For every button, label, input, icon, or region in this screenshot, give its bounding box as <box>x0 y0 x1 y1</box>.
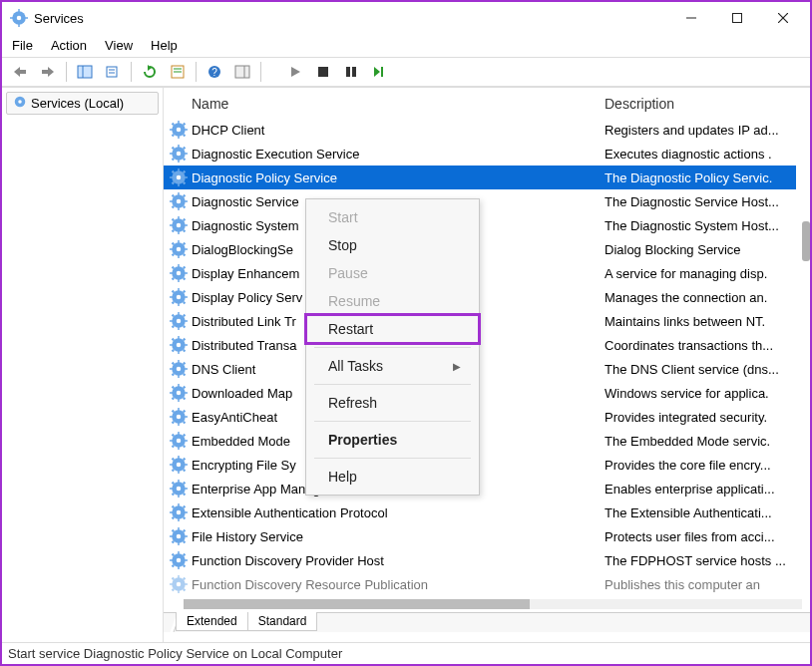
svg-rect-198 <box>178 518 180 521</box>
svg-rect-11 <box>20 70 26 74</box>
svg-rect-129 <box>170 344 173 346</box>
maximize-button[interactable] <box>714 3 760 33</box>
ctx-all-tasks-label: All Tasks <box>328 358 383 374</box>
vertical-scrollbar[interactable] <box>796 132 810 491</box>
horizontal-scrollbar[interactable] <box>184 596 802 612</box>
gear-icon <box>13 95 27 112</box>
ctx-refresh[interactable]: Refresh <box>306 389 479 417</box>
svg-marker-31 <box>374 67 380 77</box>
svg-rect-167 <box>178 432 180 435</box>
gear-icon <box>170 168 188 186</box>
tree-node-services-local[interactable]: Services (Local) <box>6 92 159 115</box>
action-pane-button[interactable] <box>230 60 254 84</box>
close-button[interactable] <box>760 3 806 33</box>
app-icon <box>10 9 28 27</box>
svg-point-156 <box>177 415 182 420</box>
svg-rect-150 <box>185 392 188 394</box>
gear-icon <box>170 551 188 569</box>
minimize-button[interactable] <box>668 3 714 33</box>
ctx-all-tasks[interactable]: All Tasks ▶ <box>306 352 479 380</box>
svg-rect-168 <box>178 447 180 450</box>
service-row[interactable]: Downloaded MapWindows service for applic… <box>164 381 810 405</box>
svg-text:?: ? <box>211 67 217 78</box>
column-header-name[interactable]: Name <box>192 96 605 112</box>
service-row[interactable]: Diagnostic Execution ServiceExecutes dia… <box>164 142 810 166</box>
svg-rect-28 <box>318 67 328 77</box>
sidebar: Services (Local) <box>2 88 164 645</box>
svg-rect-187 <box>178 480 180 483</box>
svg-rect-207 <box>178 527 180 530</box>
svg-rect-16 <box>107 67 117 77</box>
list-header: Name Description <box>164 88 810 118</box>
pause-service-button[interactable] <box>339 60 363 84</box>
column-header-description[interactable]: Description <box>605 96 800 112</box>
service-description: Manages the connection an. <box>605 290 810 305</box>
service-description: The FDPHOST service hosts ... <box>605 553 810 568</box>
forward-button[interactable] <box>36 60 60 84</box>
svg-rect-120 <box>185 320 188 322</box>
svg-rect-13 <box>42 70 48 74</box>
service-row[interactable]: EasyAntiCheatProvides integrated securit… <box>164 405 810 429</box>
window-title: Services <box>34 11 668 26</box>
service-row[interactable]: Extensible Authentication ProtocolThe Ex… <box>164 500 810 524</box>
gear-icon <box>170 264 188 282</box>
ctx-resume[interactable]: Resume <box>306 287 479 315</box>
service-description: Provides integrated security. <box>605 410 810 425</box>
export-button[interactable] <box>101 60 125 84</box>
service-row[interactable]: File History ServiceProtects user files … <box>164 524 810 548</box>
service-row[interactable]: Function Discovery Resource PublicationP… <box>164 572 810 596</box>
svg-rect-80 <box>185 224 188 226</box>
svg-rect-57 <box>178 168 180 171</box>
service-name: DHCP Client <box>192 123 605 138</box>
tab-standard[interactable]: Standard <box>247 612 318 631</box>
service-row[interactable]: Encrypting File SyProvides the core file… <box>164 453 810 477</box>
service-row[interactable]: Diagnostic ServiceThe Diagnostic Service… <box>164 189 810 213</box>
stop-service-button[interactable] <box>311 60 335 84</box>
svg-rect-219 <box>170 559 173 561</box>
service-row[interactable]: Distributed Link TrMaintains links betwe… <box>164 309 810 333</box>
gear-icon <box>170 384 188 402</box>
tab-extended[interactable]: Extended <box>176 612 248 631</box>
ctx-start[interactable]: Start <box>306 203 479 231</box>
service-row[interactable]: Distributed TransaCoordinates transactio… <box>164 333 810 357</box>
menu-action[interactable]: Action <box>51 38 87 53</box>
ctx-pause[interactable]: Pause <box>306 259 479 287</box>
svg-marker-10 <box>14 67 20 77</box>
start-service-button[interactable] <box>283 60 307 84</box>
service-row[interactable]: Enterprise App Management ServiceEnables… <box>164 477 810 500</box>
back-button[interactable] <box>8 60 32 84</box>
svg-rect-208 <box>178 542 180 545</box>
context-menu: Start Stop Pause Resume Restart All Task… <box>305 198 480 496</box>
service-name: File History Service <box>192 529 605 544</box>
svg-rect-77 <box>178 216 180 219</box>
service-row[interactable]: DialogBlockingSeDialog Blocking Service <box>164 237 810 261</box>
service-row[interactable]: DHCP ClientRegisters and updates IP ad..… <box>164 118 810 142</box>
refresh-toolbar-button[interactable] <box>138 60 162 84</box>
ctx-restart[interactable]: Restart <box>306 315 479 343</box>
ctx-help[interactable]: Help <box>306 463 479 491</box>
console-tree-button[interactable] <box>73 60 97 84</box>
svg-rect-30 <box>352 67 356 77</box>
menu-file[interactable]: File <box>12 38 33 53</box>
service-row[interactable]: Function Discovery Provider HostThe FDPH… <box>164 548 810 572</box>
restart-service-button[interactable] <box>367 60 391 84</box>
ctx-stop[interactable]: Stop <box>306 231 479 259</box>
service-row[interactable]: Display EnhancemA service for managing d… <box>164 261 810 285</box>
service-row[interactable]: DNS ClientThe DNS Client service (dns... <box>164 357 810 381</box>
menu-help[interactable]: Help <box>151 38 178 53</box>
content-area: Name Description DHCP ClientRegisters an… <box>164 88 810 645</box>
svg-rect-89 <box>170 248 173 250</box>
service-row[interactable]: Embedded ModeThe Embedded Mode servic. <box>164 429 810 453</box>
service-row[interactable]: Diagnostic SystemThe Diagnostic System H… <box>164 213 810 237</box>
help-toolbar-button[interactable]: ? <box>203 60 226 84</box>
service-list[interactable]: DHCP ClientRegisters and updates IP ad..… <box>164 118 810 596</box>
svg-rect-110 <box>185 296 188 298</box>
service-row[interactable]: Display Policy ServManages the connectio… <box>164 285 810 309</box>
toolbar: ? <box>2 57 810 87</box>
service-description: Dialog Blocking Service <box>605 242 810 257</box>
svg-point-206 <box>177 534 182 539</box>
service-row[interactable]: Diagnostic Policy ServiceThe Diagnostic … <box>164 166 810 189</box>
ctx-properties[interactable]: Properties <box>306 426 479 454</box>
menu-view[interactable]: View <box>105 38 133 53</box>
properties-toolbar-button[interactable] <box>166 60 190 84</box>
